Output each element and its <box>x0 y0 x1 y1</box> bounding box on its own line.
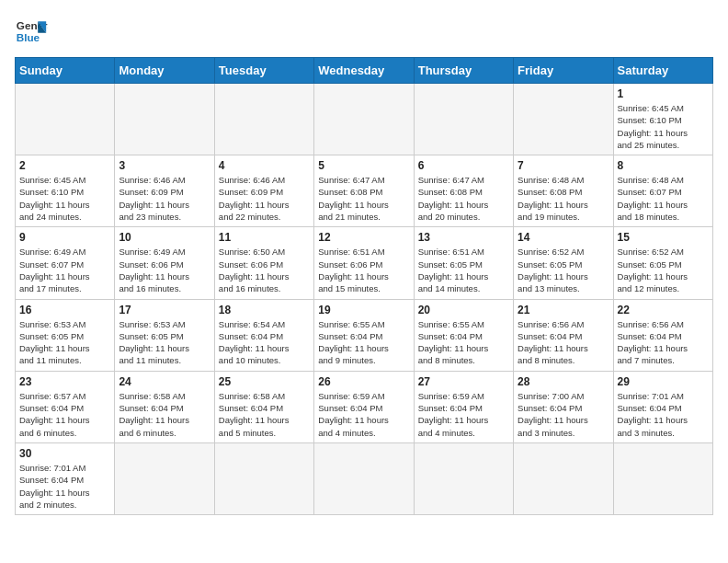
day-info: Sunrise: 6:58 AM Sunset: 6:04 PM Dayligh… <box>119 390 210 439</box>
day-info: Sunrise: 7:00 AM Sunset: 6:04 PM Dayligh… <box>518 390 609 439</box>
day-info: Sunrise: 6:58 AM Sunset: 6:04 PM Dayligh… <box>219 390 310 439</box>
day-number: 2 <box>19 159 110 172</box>
day-number: 9 <box>19 231 110 244</box>
day-number: 28 <box>518 375 609 388</box>
day-number: 30 <box>19 447 110 460</box>
day-number: 26 <box>318 375 409 388</box>
calendar-cell: 12Sunrise: 6:51 AM Sunset: 6:06 PM Dayli… <box>314 227 414 299</box>
calendar-cell: 23Sunrise: 6:57 AM Sunset: 6:04 PM Dayli… <box>16 371 115 442</box>
day-header: Saturday <box>613 58 712 84</box>
day-number: 25 <box>219 375 310 388</box>
calendar: SundayMondayTuesdayWednesdayThursdayFrid… <box>15 57 713 515</box>
calendar-cell <box>314 84 414 155</box>
day-info: Sunrise: 6:56 AM Sunset: 6:04 PM Dayligh… <box>618 318 709 367</box>
calendar-cell: 19Sunrise: 6:55 AM Sunset: 6:04 PM Dayli… <box>314 299 414 371</box>
day-number: 1 <box>618 87 709 100</box>
day-info: Sunrise: 6:51 AM Sunset: 6:05 PM Dayligh… <box>418 246 509 294</box>
calendar-cell: 25Sunrise: 6:58 AM Sunset: 6:04 PM Dayli… <box>214 371 313 442</box>
day-info: Sunrise: 6:48 AM Sunset: 6:08 PM Dayligh… <box>518 174 609 223</box>
calendar-cell: 13Sunrise: 6:51 AM Sunset: 6:05 PM Dayli… <box>414 227 513 299</box>
day-info: Sunrise: 6:56 AM Sunset: 6:04 PM Dayligh… <box>518 318 609 367</box>
day-info: Sunrise: 6:55 AM Sunset: 6:04 PM Dayligh… <box>318 318 409 367</box>
day-number: 22 <box>618 304 709 316</box>
day-info: Sunrise: 6:59 AM Sunset: 6:04 PM Dayligh… <box>418 390 509 439</box>
day-info: Sunrise: 7:01 AM Sunset: 6:04 PM Dayligh… <box>19 462 110 511</box>
day-number: 16 <box>19 304 110 316</box>
day-header: Tuesday <box>214 58 313 84</box>
calendar-cell: 1Sunrise: 6:45 AM Sunset: 6:10 PM Daylig… <box>613 84 712 155</box>
day-number: 3 <box>119 159 210 172</box>
day-info: Sunrise: 6:50 AM Sunset: 6:06 PM Dayligh… <box>219 246 310 294</box>
calendar-cell: 7Sunrise: 6:48 AM Sunset: 6:08 PM Daylig… <box>514 155 613 227</box>
day-info: Sunrise: 6:52 AM Sunset: 6:05 PM Dayligh… <box>618 246 709 294</box>
calendar-cell <box>514 442 613 514</box>
day-number: 7 <box>518 159 609 172</box>
calendar-cell: 10Sunrise: 6:49 AM Sunset: 6:06 PM Dayli… <box>115 227 214 299</box>
logo: General Blue <box>15 15 48 48</box>
day-info: Sunrise: 6:54 AM Sunset: 6:04 PM Dayligh… <box>219 318 310 367</box>
day-number: 15 <box>618 231 709 244</box>
day-info: Sunrise: 6:51 AM Sunset: 6:06 PM Dayligh… <box>318 246 409 294</box>
day-number: 13 <box>418 231 509 244</box>
day-info: Sunrise: 6:46 AM Sunset: 6:09 PM Dayligh… <box>119 174 210 223</box>
calendar-cell: 14Sunrise: 6:52 AM Sunset: 6:05 PM Dayli… <box>514 227 613 299</box>
day-number: 21 <box>518 304 609 316</box>
calendar-cell <box>314 442 414 514</box>
calendar-cell: 27Sunrise: 6:59 AM Sunset: 6:04 PM Dayli… <box>414 371 513 442</box>
calendar-cell <box>414 442 513 514</box>
day-info: Sunrise: 6:53 AM Sunset: 6:05 PM Dayligh… <box>119 318 210 367</box>
day-number: 20 <box>418 304 509 316</box>
day-info: Sunrise: 6:59 AM Sunset: 6:04 PM Dayligh… <box>318 390 409 439</box>
calendar-cell <box>16 84 115 155</box>
day-number: 10 <box>119 231 210 244</box>
day-number: 17 <box>119 304 210 316</box>
day-number: 14 <box>518 231 609 244</box>
day-number: 19 <box>318 304 409 316</box>
day-number: 23 <box>19 375 110 388</box>
day-info: Sunrise: 6:52 AM Sunset: 6:05 PM Dayligh… <box>518 246 609 294</box>
calendar-cell: 8Sunrise: 6:48 AM Sunset: 6:07 PM Daylig… <box>613 155 712 227</box>
day-number: 4 <box>219 159 310 172</box>
calendar-cell: 4Sunrise: 6:46 AM Sunset: 6:09 PM Daylig… <box>214 155 313 227</box>
calendar-cell <box>214 442 313 514</box>
day-number: 27 <box>418 375 509 388</box>
calendar-cell: 6Sunrise: 6:47 AM Sunset: 6:08 PM Daylig… <box>414 155 513 227</box>
calendar-cell: 9Sunrise: 6:49 AM Sunset: 6:07 PM Daylig… <box>16 227 115 299</box>
day-number: 5 <box>318 159 409 172</box>
calendar-cell: 22Sunrise: 6:56 AM Sunset: 6:04 PM Dayli… <box>613 299 712 371</box>
calendar-cell: 2Sunrise: 6:45 AM Sunset: 6:10 PM Daylig… <box>16 155 115 227</box>
header: General Blue <box>15 15 713 48</box>
day-info: Sunrise: 6:57 AM Sunset: 6:04 PM Dayligh… <box>19 390 110 439</box>
calendar-cell: 3Sunrise: 6:46 AM Sunset: 6:09 PM Daylig… <box>115 155 214 227</box>
day-number: 18 <box>219 304 310 316</box>
calendar-cell: 20Sunrise: 6:55 AM Sunset: 6:04 PM Dayli… <box>414 299 513 371</box>
day-info: Sunrise: 6:47 AM Sunset: 6:08 PM Dayligh… <box>318 174 409 223</box>
day-info: Sunrise: 6:49 AM Sunset: 6:06 PM Dayligh… <box>119 246 210 294</box>
calendar-cell: 29Sunrise: 7:01 AM Sunset: 6:04 PM Dayli… <box>613 371 712 442</box>
day-header: Thursday <box>414 58 513 84</box>
day-info: Sunrise: 6:45 AM Sunset: 6:10 PM Dayligh… <box>618 102 709 151</box>
calendar-cell: 11Sunrise: 6:50 AM Sunset: 6:06 PM Dayli… <box>214 227 313 299</box>
calendar-cell: 28Sunrise: 7:00 AM Sunset: 6:04 PM Dayli… <box>514 371 613 442</box>
day-header: Wednesday <box>314 58 414 84</box>
day-info: Sunrise: 6:49 AM Sunset: 6:07 PM Dayligh… <box>19 246 110 294</box>
calendar-cell: 21Sunrise: 6:56 AM Sunset: 6:04 PM Dayli… <box>514 299 613 371</box>
calendar-cell <box>414 84 513 155</box>
day-info: Sunrise: 6:53 AM Sunset: 6:05 PM Dayligh… <box>19 318 110 367</box>
day-info: Sunrise: 6:46 AM Sunset: 6:09 PM Dayligh… <box>219 174 310 223</box>
calendar-cell <box>613 442 712 514</box>
svg-text:Blue: Blue <box>17 31 40 43</box>
day-number: 12 <box>318 231 409 244</box>
day-header: Sunday <box>16 58 115 84</box>
day-number: 11 <box>219 231 310 244</box>
calendar-cell <box>115 84 214 155</box>
calendar-cell: 26Sunrise: 6:59 AM Sunset: 6:04 PM Dayli… <box>314 371 414 442</box>
calendar-cell: 5Sunrise: 6:47 AM Sunset: 6:08 PM Daylig… <box>314 155 414 227</box>
calendar-cell <box>214 84 313 155</box>
day-info: Sunrise: 6:48 AM Sunset: 6:07 PM Dayligh… <box>618 174 709 223</box>
day-info: Sunrise: 6:47 AM Sunset: 6:08 PM Dayligh… <box>418 174 509 223</box>
calendar-cell: 17Sunrise: 6:53 AM Sunset: 6:05 PM Dayli… <box>115 299 214 371</box>
day-number: 29 <box>618 375 709 388</box>
day-info: Sunrise: 6:55 AM Sunset: 6:04 PM Dayligh… <box>418 318 509 367</box>
calendar-cell <box>115 442 214 514</box>
